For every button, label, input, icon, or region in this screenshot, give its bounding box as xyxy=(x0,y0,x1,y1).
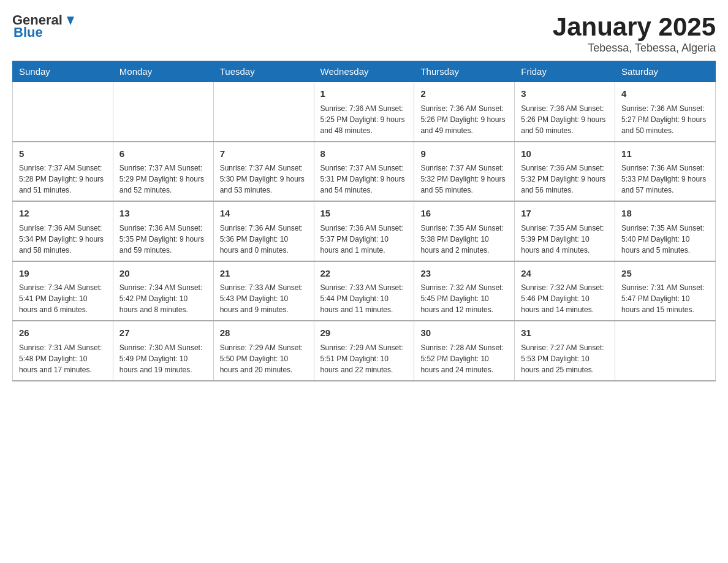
day-info: Sunrise: 7:28 AM Sunset: 5:52 PM Dayligh… xyxy=(420,342,508,375)
day-info: Sunrise: 7:35 AM Sunset: 5:38 PM Dayligh… xyxy=(420,223,508,256)
day-number: 19 xyxy=(19,267,107,281)
calendar-cell: 22Sunrise: 7:33 AM Sunset: 5:44 PM Dayli… xyxy=(314,261,414,321)
day-number: 11 xyxy=(621,147,709,161)
day-header-wednesday: Wednesday xyxy=(314,61,414,82)
day-number: 23 xyxy=(420,267,508,281)
day-info: Sunrise: 7:27 AM Sunset: 5:53 PM Dayligh… xyxy=(521,342,609,375)
calendar-cell: 10Sunrise: 7:36 AM Sunset: 5:32 PM Dayli… xyxy=(515,142,615,202)
calendar-cell: 2Sunrise: 7:36 AM Sunset: 5:26 PM Daylig… xyxy=(414,82,515,142)
page-header: General Blue January 2025 Tebessa, Tebes… xyxy=(12,12,716,55)
day-number: 20 xyxy=(119,267,207,281)
calendar-header-row: SundayMondayTuesdayWednesdayThursdayFrid… xyxy=(13,61,716,82)
calendar-subtitle: Tebessa, Tebessa, Algeria xyxy=(553,42,716,55)
day-number: 27 xyxy=(119,326,207,340)
logo-triangle-icon xyxy=(63,14,77,28)
calendar-week-row: 26Sunrise: 7:31 AM Sunset: 5:48 PM Dayli… xyxy=(13,321,716,381)
calendar-week-row: 12Sunrise: 7:36 AM Sunset: 5:34 PM Dayli… xyxy=(13,201,716,261)
day-info: Sunrise: 7:29 AM Sunset: 5:51 PM Dayligh… xyxy=(320,342,408,375)
day-info: Sunrise: 7:30 AM Sunset: 5:49 PM Dayligh… xyxy=(119,342,207,375)
day-info: Sunrise: 7:31 AM Sunset: 5:47 PM Dayligh… xyxy=(621,282,709,315)
day-header-sunday: Sunday xyxy=(13,61,113,82)
calendar-cell: 9Sunrise: 7:37 AM Sunset: 5:32 PM Daylig… xyxy=(414,142,515,202)
logo: General Blue xyxy=(12,12,77,40)
day-info: Sunrise: 7:34 AM Sunset: 5:42 PM Dayligh… xyxy=(119,282,207,315)
day-info: Sunrise: 7:36 AM Sunset: 5:36 PM Dayligh… xyxy=(220,223,308,256)
calendar-cell: 19Sunrise: 7:34 AM Sunset: 5:41 PM Dayli… xyxy=(13,261,113,321)
day-number: 31 xyxy=(521,326,609,340)
day-number: 22 xyxy=(320,267,408,281)
day-info: Sunrise: 7:29 AM Sunset: 5:50 PM Dayligh… xyxy=(220,342,308,375)
day-number: 26 xyxy=(19,326,107,340)
day-number: 17 xyxy=(521,207,609,221)
calendar-cell xyxy=(615,321,716,381)
day-header-friday: Friday xyxy=(515,61,615,82)
day-info: Sunrise: 7:36 AM Sunset: 5:34 PM Dayligh… xyxy=(19,223,107,256)
calendar-week-row: 5Sunrise: 7:37 AM Sunset: 5:28 PM Daylig… xyxy=(13,142,716,202)
calendar-week-row: 1Sunrise: 7:36 AM Sunset: 5:25 PM Daylig… xyxy=(13,82,716,142)
day-number: 7 xyxy=(220,147,308,161)
day-header-saturday: Saturday xyxy=(615,61,716,82)
calendar-cell: 1Sunrise: 7:36 AM Sunset: 5:25 PM Daylig… xyxy=(314,82,414,142)
day-number: 14 xyxy=(220,207,308,221)
calendar-cell: 27Sunrise: 7:30 AM Sunset: 5:49 PM Dayli… xyxy=(113,321,213,381)
calendar-cell: 20Sunrise: 7:34 AM Sunset: 5:42 PM Dayli… xyxy=(113,261,213,321)
calendar-cell: 8Sunrise: 7:37 AM Sunset: 5:31 PM Daylig… xyxy=(314,142,414,202)
day-info: Sunrise: 7:34 AM Sunset: 5:41 PM Dayligh… xyxy=(19,282,107,315)
calendar-cell: 7Sunrise: 7:37 AM Sunset: 5:30 PM Daylig… xyxy=(213,142,314,202)
day-info: Sunrise: 7:32 AM Sunset: 5:45 PM Dayligh… xyxy=(420,282,508,315)
calendar-cell: 31Sunrise: 7:27 AM Sunset: 5:53 PM Dayli… xyxy=(515,321,615,381)
calendar-cell: 3Sunrise: 7:36 AM Sunset: 5:26 PM Daylig… xyxy=(515,82,615,142)
day-info: Sunrise: 7:33 AM Sunset: 5:44 PM Dayligh… xyxy=(320,282,408,315)
day-number: 21 xyxy=(220,267,308,281)
day-info: Sunrise: 7:37 AM Sunset: 5:32 PM Dayligh… xyxy=(420,163,508,196)
calendar-cell: 12Sunrise: 7:36 AM Sunset: 5:34 PM Dayli… xyxy=(13,201,113,261)
day-header-thursday: Thursday xyxy=(414,61,515,82)
calendar-cell: 25Sunrise: 7:31 AM Sunset: 5:47 PM Dayli… xyxy=(615,261,716,321)
day-info: Sunrise: 7:36 AM Sunset: 5:37 PM Dayligh… xyxy=(320,223,408,256)
day-number: 1 xyxy=(320,87,408,101)
day-number: 28 xyxy=(220,326,308,340)
day-number: 18 xyxy=(621,207,709,221)
calendar-week-row: 19Sunrise: 7:34 AM Sunset: 5:41 PM Dayli… xyxy=(13,261,716,321)
day-info: Sunrise: 7:36 AM Sunset: 5:26 PM Dayligh… xyxy=(521,103,609,136)
day-info: Sunrise: 7:36 AM Sunset: 5:35 PM Dayligh… xyxy=(119,223,207,256)
day-number: 5 xyxy=(19,147,107,161)
day-number: 29 xyxy=(320,326,408,340)
day-number: 8 xyxy=(320,147,408,161)
calendar-cell xyxy=(113,82,213,142)
calendar-cell: 16Sunrise: 7:35 AM Sunset: 5:38 PM Dayli… xyxy=(414,201,515,261)
day-number: 10 xyxy=(521,147,609,161)
day-number: 24 xyxy=(521,267,609,281)
calendar-cell xyxy=(213,82,314,142)
day-info: Sunrise: 7:36 AM Sunset: 5:27 PM Dayligh… xyxy=(621,103,709,136)
calendar-cell: 26Sunrise: 7:31 AM Sunset: 5:48 PM Dayli… xyxy=(13,321,113,381)
svg-marker-0 xyxy=(67,17,74,25)
day-number: 30 xyxy=(420,326,508,340)
day-number: 2 xyxy=(420,87,508,101)
calendar-cell: 18Sunrise: 7:35 AM Sunset: 5:40 PM Dayli… xyxy=(615,201,716,261)
calendar-cell xyxy=(13,82,113,142)
day-number: 12 xyxy=(19,207,107,221)
calendar-cell: 30Sunrise: 7:28 AM Sunset: 5:52 PM Dayli… xyxy=(414,321,515,381)
day-header-monday: Monday xyxy=(113,61,213,82)
calendar-cell: 24Sunrise: 7:32 AM Sunset: 5:46 PM Dayli… xyxy=(515,261,615,321)
day-info: Sunrise: 7:37 AM Sunset: 5:30 PM Dayligh… xyxy=(220,163,308,196)
day-info: Sunrise: 7:36 AM Sunset: 5:25 PM Dayligh… xyxy=(320,103,408,136)
day-info: Sunrise: 7:33 AM Sunset: 5:43 PM Dayligh… xyxy=(220,282,308,315)
calendar-title: January 2025 xyxy=(553,12,716,42)
day-info: Sunrise: 7:36 AM Sunset: 5:26 PM Dayligh… xyxy=(420,103,508,136)
day-info: Sunrise: 7:37 AM Sunset: 5:29 PM Dayligh… xyxy=(119,163,207,196)
day-number: 13 xyxy=(119,207,207,221)
day-info: Sunrise: 7:36 AM Sunset: 5:33 PM Dayligh… xyxy=(621,163,709,196)
day-number: 16 xyxy=(420,207,508,221)
day-info: Sunrise: 7:32 AM Sunset: 5:46 PM Dayligh… xyxy=(521,282,609,315)
calendar-cell: 4Sunrise: 7:36 AM Sunset: 5:27 PM Daylig… xyxy=(615,82,716,142)
calendar-cell: 6Sunrise: 7:37 AM Sunset: 5:29 PM Daylig… xyxy=(113,142,213,202)
day-number: 15 xyxy=(320,207,408,221)
day-info: Sunrise: 7:31 AM Sunset: 5:48 PM Dayligh… xyxy=(19,342,107,375)
calendar-cell: 21Sunrise: 7:33 AM Sunset: 5:43 PM Dayli… xyxy=(213,261,314,321)
day-info: Sunrise: 7:37 AM Sunset: 5:28 PM Dayligh… xyxy=(19,163,107,196)
calendar-cell: 28Sunrise: 7:29 AM Sunset: 5:50 PM Dayli… xyxy=(213,321,314,381)
title-block: January 2025 Tebessa, Tebessa, Algeria xyxy=(553,12,716,55)
day-header-tuesday: Tuesday xyxy=(213,61,314,82)
